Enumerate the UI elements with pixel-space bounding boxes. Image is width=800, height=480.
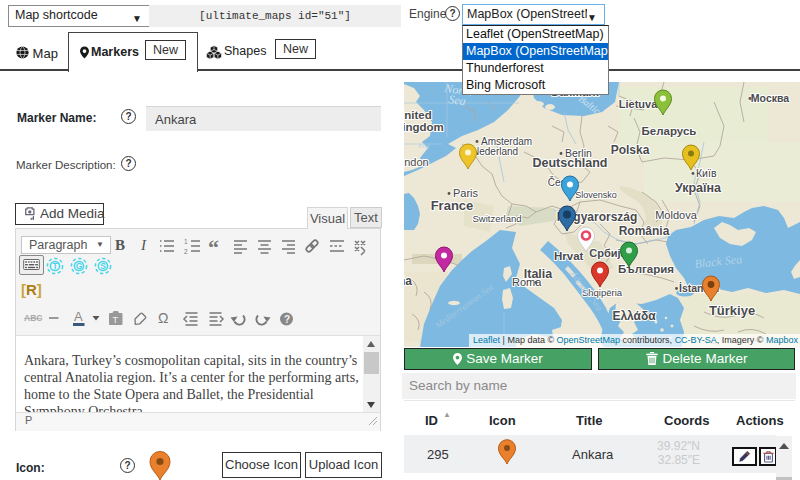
svg-text:B: B bbox=[115, 237, 125, 253]
svg-text:Київ: Київ bbox=[696, 167, 717, 179]
svg-text:Slovensko: Slovensko bbox=[575, 190, 617, 200]
svg-text:Hrvat: Hrvat bbox=[554, 250, 584, 262]
svg-text:London: London bbox=[404, 156, 429, 168]
svg-text:Switzerland: Switzerland bbox=[472, 213, 521, 224]
svg-text:Kingdom: Kingdom bbox=[404, 121, 444, 133]
svg-text:T: T bbox=[52, 261, 58, 271]
svg-text:Ελλάδα: Ελλάδα bbox=[612, 309, 656, 323]
svg-text:“: “ bbox=[208, 235, 219, 256]
svg-text:Berlin: Berlin bbox=[565, 147, 592, 159]
svg-text:Україна: Україна bbox=[675, 181, 722, 195]
svg-text:Roma: Roma bbox=[512, 276, 542, 288]
svg-text:Türkiye: Türkiye bbox=[709, 303, 755, 318]
svg-text:?: ? bbox=[284, 314, 290, 325]
svg-text:Ω: Ω bbox=[158, 310, 168, 326]
svg-text:ABC: ABC bbox=[24, 313, 42, 323]
svg-text:Lietuva: Lietuva bbox=[619, 98, 658, 110]
svg-text:1: 1 bbox=[184, 238, 188, 245]
svg-text:United: United bbox=[404, 109, 432, 121]
svg-text:Paris: Paris bbox=[453, 187, 479, 199]
svg-text:2: 2 bbox=[184, 248, 188, 255]
svg-text:Москва: Москва bbox=[751, 92, 789, 104]
svg-text:T: T bbox=[113, 315, 119, 325]
svg-text:A: A bbox=[74, 309, 83, 324]
svg-text:România: România bbox=[619, 224, 670, 238]
svg-text:España: España bbox=[404, 274, 412, 288]
svg-text:Polska: Polska bbox=[611, 143, 650, 157]
svg-text:S: S bbox=[100, 261, 106, 271]
svg-text:G: G bbox=[76, 261, 83, 271]
svg-text:Nederland: Nederland bbox=[472, 146, 518, 157]
svg-text:I: I bbox=[140, 237, 147, 253]
svg-text:България: България bbox=[618, 263, 674, 275]
svg-text:Беларусь: Беларусь bbox=[642, 125, 697, 137]
svg-text:Eng: Eng bbox=[417, 142, 430, 150]
svg-text:Moldova: Moldova bbox=[655, 209, 697, 221]
svg-text:France: France bbox=[431, 198, 474, 213]
